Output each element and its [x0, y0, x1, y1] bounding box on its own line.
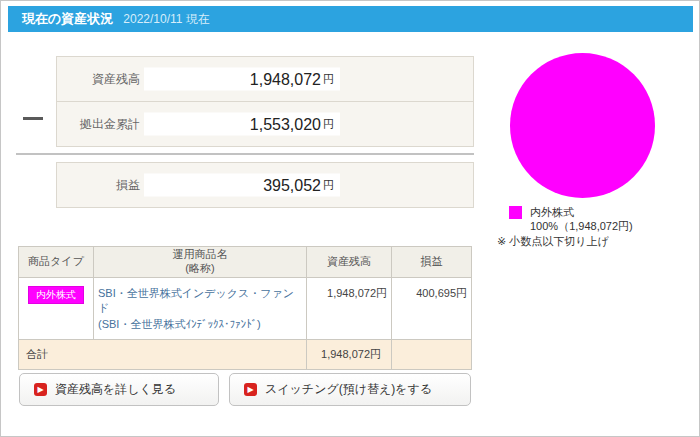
play-icon: ▶ — [34, 383, 47, 396]
profit-loss-row: 損益 395,052 円 — [57, 163, 473, 207]
contribution-total-value: 1,553,020 — [250, 115, 321, 133]
legend-percent-amount: 100%（1,948,072円) — [530, 220, 633, 232]
legend-category: 内外株式 — [530, 206, 574, 218]
asset-balance-label: 資産残高 — [57, 71, 140, 88]
asset-balance-row: 資産残高 1,948,072 円 — [57, 57, 473, 101]
total-label-cell: 合計 — [19, 340, 307, 370]
switching-button[interactable]: ▶ スイッチング(預け替え)をする — [229, 373, 471, 406]
pie-legend: 内外株式 100%（1,948,072円) — [509, 205, 633, 234]
asset-allocation-pie-chart — [510, 53, 655, 198]
view-balance-detail-label: 資産残高を詳しく見る — [55, 381, 176, 398]
contribution-total-field: 1,553,020 円 — [144, 113, 340, 136]
profit-loss-field: 395,052 円 — [144, 174, 340, 197]
product-type-cell: 内外株式 — [19, 277, 94, 340]
contribution-total-unit: 円 — [323, 117, 334, 132]
total-profit-loss-cell — [392, 340, 472, 370]
legend-text: 内外株式 100%（1,948,072円) — [530, 205, 633, 234]
total-balance-cell: 1,948,072円 — [307, 340, 392, 370]
equals-line — [16, 153, 474, 155]
switching-label: スイッチング(預け替え)をする — [265, 381, 432, 398]
play-icon: ▶ — [244, 383, 257, 396]
as-of-date: 2022/10/11 現在 — [123, 11, 210, 28]
rounding-note: ※ 小数点以下切り上げ — [497, 234, 609, 249]
product-name-link[interactable]: SBI・全世界株式インデックス・ファンド (SBI・全世界株式ｲﾝﾃﾞｯｸｽ･ﾌ… — [94, 277, 307, 340]
page-title: 現在の資産状況 — [22, 10, 113, 28]
col-header-balance: 資産残高 — [307, 247, 392, 278]
table-row: 内外株式 SBI・全世界株式インデックス・ファンド (SBI・全世界株式ｲﾝﾃﾞ… — [19, 277, 472, 340]
contribution-total-row: 拠出金累計 1,553,020 円 — [57, 101, 473, 146]
col-header-profit-loss: 損益 — [392, 247, 472, 278]
asset-status-page: 現在の資産状況 2022/10/11 現在 資産残高 1,948,072 円 拠… — [0, 0, 700, 437]
balance-summary-box: 資産残高 1,948,072 円 拠出金累計 1,553,020 円 — [56, 56, 474, 147]
col-header-product-name: 運用商品名 (略称) — [94, 247, 307, 278]
view-balance-detail-button[interactable]: ▶ 資産残高を詳しく見る — [19, 373, 219, 406]
profit-loss-value: 395,052 — [263, 176, 321, 194]
contribution-total-label: 拠出金累計 — [57, 116, 140, 133]
legend-swatch-icon — [509, 206, 522, 219]
minus-operator-icon — [23, 117, 43, 120]
asset-balance-value: 1,948,072 — [250, 70, 321, 88]
page-header: 現在の資産状況 2022/10/11 現在 — [8, 6, 693, 32]
profit-loss-label: 損益 — [57, 177, 140, 194]
products-table: 商品タイプ 運用商品名 (略称) 資産残高 損益 内外株式 SBI・全世界株式イ… — [18, 246, 472, 370]
col-header-product-type: 商品タイプ — [19, 247, 94, 278]
asset-balance-unit: 円 — [323, 72, 334, 87]
table-header-row: 商品タイプ 運用商品名 (略称) 資産残高 損益 — [19, 247, 472, 278]
profit-loss-unit: 円 — [323, 178, 334, 193]
profit-loss-box: 損益 395,052 円 — [56, 162, 474, 208]
asset-balance-field: 1,948,072 円 — [144, 68, 340, 91]
product-profit-loss-cell: 400,695円 — [392, 277, 472, 340]
table-total-row: 合計 1,948,072円 — [19, 340, 472, 370]
product-type-badge: 内外株式 — [28, 286, 84, 304]
product-balance-cell: 1,948,072円 — [307, 277, 392, 340]
